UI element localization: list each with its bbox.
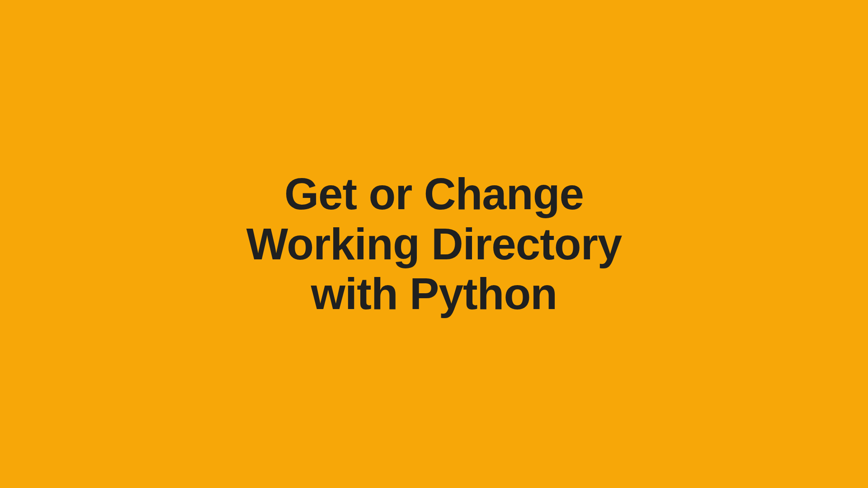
title-line-2: Working Directory [246, 219, 622, 269]
page-title: Get or Change Working Directory with Pyt… [246, 169, 622, 319]
title-line-1: Get or Change [246, 169, 622, 219]
title-line-3: with Python [246, 269, 622, 319]
